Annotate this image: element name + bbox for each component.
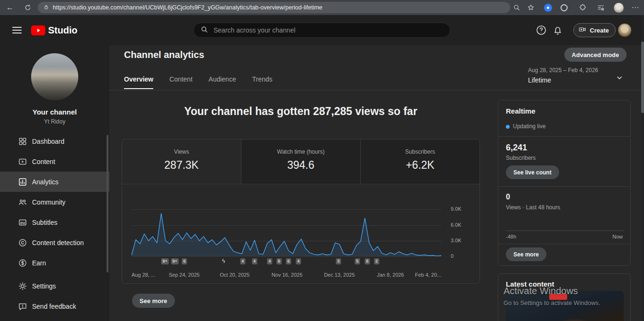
live-dot-icon xyxy=(506,125,510,129)
realtime-axis-start: -48h xyxy=(506,234,516,239)
sidebar-scrollbar[interactable] xyxy=(107,135,108,272)
metric-watch-time[interactable]: Watch time (hours) 394.6 xyxy=(241,140,360,184)
feedback-icon xyxy=(18,302,27,311)
views-line-chart xyxy=(132,208,441,256)
page-scrollbar-thumb[interactable] xyxy=(641,41,644,113)
x-axis-tick: Feb 4, 20... xyxy=(415,272,441,278)
page-title: Channel analytics xyxy=(124,49,204,60)
chart-video-badge[interactable]: 4 xyxy=(240,258,245,264)
analytics-main: Channel analytics Advanced mode Aug 28, … xyxy=(109,45,644,321)
chart-x-axis: Aug 28, ...Sep 24, 2025Oct 20, 2025Nov 1… xyxy=(132,272,441,279)
y-axis-tick: 0 xyxy=(451,253,454,259)
menu-icon[interactable] xyxy=(12,27,22,33)
url-bar[interactable]: https://studio.youtube.com/channel/UCbWj… xyxy=(38,2,510,13)
extensions-puzzle-icon[interactable] xyxy=(577,2,588,13)
see-more-button[interactable]: See more xyxy=(132,294,175,308)
sidebar-item-dashboard[interactable]: Dashboard xyxy=(0,131,109,151)
extension-icon[interactable] xyxy=(558,2,570,13)
community-icon xyxy=(18,198,27,207)
back-icon[interactable]: ← xyxy=(4,1,16,14)
sidebar-item-label: Send feedback xyxy=(32,303,76,310)
chart-video-badge[interactable]: 6 xyxy=(182,258,187,264)
studio-sidebar: Your channel Yt Ridoy Dashboard Content … xyxy=(0,45,109,321)
realtime-chart-baseline xyxy=(506,230,624,231)
realtime-views-label: Views · Last 48 hours xyxy=(506,204,560,211)
chart-video-badge[interactable]: 2 xyxy=(374,258,379,264)
chart-video-badge[interactable]: 6 xyxy=(286,258,291,264)
youtube-studio-logo[interactable]: Studio xyxy=(31,25,77,36)
bookmark-star-icon[interactable] xyxy=(525,2,537,13)
create-label: Create xyxy=(590,27,609,34)
tab-trends[interactable]: Trends xyxy=(252,75,272,89)
search-icon xyxy=(200,25,208,35)
chart-video-badge[interactable]: 9+ xyxy=(161,258,169,264)
metric-label: Subscribers xyxy=(361,148,479,155)
metric-value: 394.6 xyxy=(241,159,360,172)
views-chart[interactable] xyxy=(132,208,441,256)
sidebar-item-label: Content xyxy=(32,158,55,165)
browser-menu-icon[interactable]: … xyxy=(630,2,641,13)
search-input[interactable] xyxy=(214,26,443,34)
sidebar-item-community[interactable]: Community xyxy=(0,192,109,212)
chart-video-badge[interactable]: 9+ xyxy=(171,258,179,264)
tab-content[interactable]: Content xyxy=(169,75,192,89)
sidebar-item-content[interactable]: Content xyxy=(0,151,109,172)
sidebar-item-earn[interactable]: Earn xyxy=(0,253,109,273)
divider xyxy=(498,244,630,244)
help-icon[interactable] xyxy=(536,25,547,36)
reload-icon[interactable] xyxy=(22,1,34,14)
notifications-bell-icon[interactable] xyxy=(552,25,563,36)
sidebar-item-analytics[interactable]: Analytics xyxy=(0,172,109,192)
url-text: https://studio.youtube.com/channel/UCbWj… xyxy=(53,4,322,11)
date-range-text: Aug 28, 2025 – Feb 4, 2026 xyxy=(528,67,598,74)
see-live-count-button[interactable]: See live count xyxy=(506,165,559,179)
sidebar-item-label: Analytics xyxy=(32,178,58,186)
sidebar-item-content-detection[interactable]: Content detection xyxy=(0,232,109,253)
chart-video-badge[interactable]: 3 xyxy=(336,258,341,264)
browser-toolbar: ← https://studio.youtube.com/channel/UCb… xyxy=(0,0,644,15)
channel-title: Your channel xyxy=(0,108,109,116)
x-axis-tick: Sep 24, 2025 xyxy=(169,272,199,278)
channel-avatar[interactable] xyxy=(31,53,78,100)
sidebar-item-send-feedback[interactable]: Send feedback xyxy=(0,296,109,316)
tab-overview[interactable]: Overview xyxy=(124,75,153,89)
metric-subscribers[interactable]: Subscribers +6.2K xyxy=(360,140,479,184)
sidebar-item-settings[interactable]: Settings xyxy=(0,276,109,296)
advanced-mode-button[interactable]: Advanced mode xyxy=(564,48,627,62)
chart-video-badge[interactable]: 6 xyxy=(276,258,281,264)
shorts-icon[interactable]: ϟ xyxy=(222,258,225,264)
account-avatar[interactable] xyxy=(618,24,631,37)
sidebar-item-subtitles[interactable]: Subtitles xyxy=(0,212,109,232)
favorites-bar-icon[interactable] xyxy=(595,2,606,13)
metric-value: 287.3K xyxy=(122,159,241,172)
browser-essentials-icon[interactable] xyxy=(542,2,553,13)
find-on-page-icon[interactable] xyxy=(511,2,522,13)
lock-icon xyxy=(43,3,49,12)
realtime-see-more-button[interactable]: See more xyxy=(506,247,546,261)
metric-views[interactable]: Views 287.3K xyxy=(122,140,241,184)
browser-profile-avatar[interactable] xyxy=(613,2,624,13)
chart-video-badge[interactable]: 6 xyxy=(364,258,370,264)
realtime-card: Realtime Updating live 6,241 Subscribers… xyxy=(498,100,631,266)
create-button[interactable]: Create xyxy=(573,23,616,37)
content-icon xyxy=(18,157,27,166)
chevron-down-icon[interactable] xyxy=(615,74,624,82)
views-area-fill xyxy=(132,214,441,256)
date-range-picker[interactable]: Aug 28, 2025 – Feb 4, 2026 Lifetime xyxy=(528,67,598,84)
realtime-status: Updating live xyxy=(513,123,545,130)
chart-video-badge[interactable]: 4 xyxy=(252,258,257,264)
channel-search[interactable] xyxy=(193,23,450,38)
analytics-tabs: Overview Content Audience Trends xyxy=(124,75,272,89)
chart-video-badge[interactable]: 4 xyxy=(296,258,301,264)
y-axis-tick: 6.0K xyxy=(451,222,462,228)
y-axis-tick: 3.0K xyxy=(451,238,462,243)
latest-video-thumbnail[interactable] xyxy=(506,291,624,321)
tabs-divider xyxy=(109,90,644,91)
chart-video-badge[interactable]: 4 xyxy=(267,258,272,264)
create-icon xyxy=(578,25,586,35)
youtube-logo-icon xyxy=(31,25,45,35)
divider xyxy=(498,136,630,137)
chart-video-badge[interactable]: 5 xyxy=(355,258,360,264)
sidebar-item-label: Earn xyxy=(32,259,46,267)
tab-audience[interactable]: Audience xyxy=(208,75,236,89)
